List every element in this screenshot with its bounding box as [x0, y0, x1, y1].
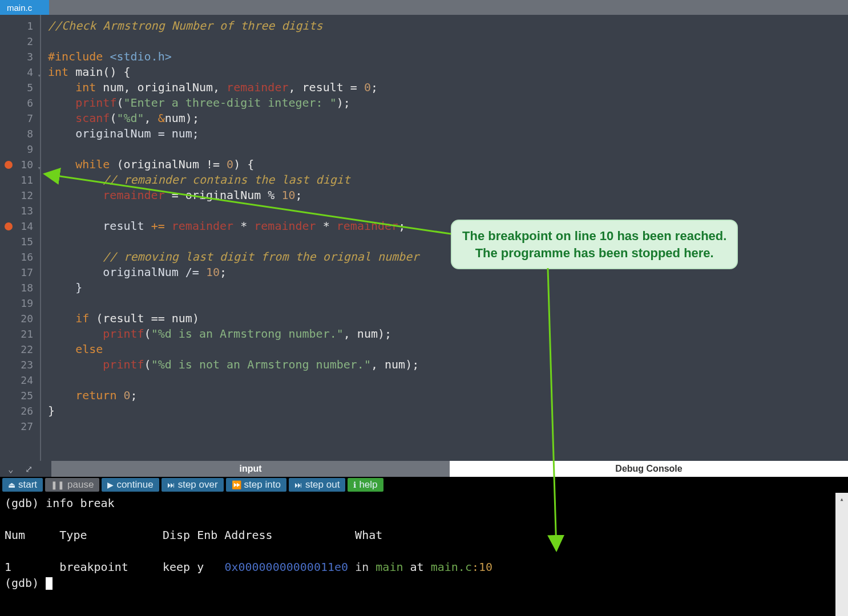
gutter-line-23[interactable]: 23: [0, 357, 40, 372]
gutter-line-11[interactable]: 11: [0, 172, 40, 188]
step-over-icon: ⏭: [167, 480, 175, 489]
gutter-line-9[interactable]: 9: [0, 141, 40, 157]
expand-icon[interactable]: ⤢: [25, 464, 33, 475]
step-out-label: step out: [305, 479, 340, 491]
info-icon: ℹ: [353, 480, 356, 489]
code-line-11[interactable]: // remainder contains the last digit: [48, 172, 848, 188]
debug-console-output[interactable]: (gdb) info break Num Type Disp Enb Addre…: [0, 493, 848, 616]
code-line-19[interactable]: [48, 295, 848, 311]
scroll-up-icon[interactable]: ▴: [835, 493, 848, 505]
gutter-line-25[interactable]: 25: [0, 388, 40, 403]
tab-debug-console-label: Debug Console: [615, 464, 682, 474]
continue-label: continue: [116, 479, 153, 491]
tab-filename: main.c: [7, 3, 32, 13]
bp-num: 1: [5, 560, 11, 574]
gutter-line-12[interactable]: 12: [0, 188, 40, 203]
gdb-command: info break: [46, 496, 114, 510]
annotation-line2: The programme has been stopped here.: [462, 245, 726, 262]
code-line-26[interactable]: }: [48, 403, 848, 419]
start-label: start: [18, 479, 37, 491]
tab-input-label: input: [239, 464, 261, 474]
annotation-line1: The breakpoint on line 10 has been reach…: [462, 228, 726, 245]
gutter-line-10[interactable]: 10▾: [0, 157, 40, 172]
bp-line: :10: [472, 560, 492, 574]
tab-input[interactable]: input: [51, 461, 450, 477]
code-line-4[interactable]: int main() {: [48, 64, 848, 80]
play-icon: ▶: [107, 480, 114, 489]
gutter-line-18[interactable]: 18: [0, 280, 40, 295]
editor-gutter[interactable]: 1234▾5678910▾111213141516171819202122232…: [0, 15, 40, 461]
bp-in: in: [355, 560, 369, 574]
help-label: help: [359, 479, 377, 491]
code-line-9[interactable]: [48, 141, 848, 157]
gutter-line-20[interactable]: 20: [0, 311, 40, 326]
code-line-18[interactable]: }: [48, 280, 848, 295]
code-line-10[interactable]: while (originalNum != 0) {: [48, 157, 848, 172]
eject-icon: ⏏: [8, 480, 15, 489]
code-line-6[interactable]: printf("Enter a three-digit integer: ");: [48, 95, 848, 111]
chevron-down-icon[interactable]: ⌄: [8, 464, 14, 475]
gutter-line-3[interactable]: 3: [0, 49, 40, 64]
code-line-8[interactable]: originalNum = num;: [48, 126, 848, 141]
help-button[interactable]: ℹ help: [348, 478, 383, 492]
gutter-line-21[interactable]: 21: [0, 326, 40, 342]
code-line-5[interactable]: int num, originalNum, remainder, result …: [48, 80, 848, 95]
panel-tabbar: ⌄ ⤢ input Debug Console: [0, 461, 848, 477]
tab-main-c[interactable]: main.c: [0, 0, 49, 15]
pause-button[interactable]: ❚❚ pause: [45, 478, 99, 492]
code-line-23[interactable]: printf("%d is not an Armstrong number.",…: [48, 357, 848, 372]
gutter-line-5[interactable]: 5: [0, 80, 40, 95]
gutter-line-27[interactable]: 27: [0, 419, 40, 434]
gutter-line-8[interactable]: 8: [0, 126, 40, 141]
panel-icons: ⌄ ⤢: [0, 461, 51, 477]
console-scrollbar[interactable]: ▴: [835, 493, 848, 616]
code-line-21[interactable]: printf("%d is an Armstrong number.", num…: [48, 326, 848, 342]
code-line-2[interactable]: [48, 34, 848, 49]
bp-address: 0x00000000000011e0: [224, 560, 348, 574]
bp-file: main.c: [431, 560, 472, 574]
pause-label: pause: [67, 479, 94, 491]
gutter-line-1[interactable]: 1: [0, 18, 40, 34]
gutter-line-16[interactable]: 16: [0, 249, 40, 265]
gutter-line-24[interactable]: 24: [0, 372, 40, 388]
breakpoint-icon[interactable]: [5, 161, 13, 169]
code-line-20[interactable]: if (result == num): [48, 311, 848, 326]
tab-debug-console[interactable]: Debug Console: [450, 461, 848, 477]
gutter-line-26[interactable]: 26: [0, 403, 40, 419]
gutter-line-13[interactable]: 13: [0, 203, 40, 218]
tab-bar: main.c: [0, 0, 848, 15]
step-into-button[interactable]: ⏩ step into: [226, 478, 286, 492]
step-over-button[interactable]: ⏭ step over: [161, 478, 224, 492]
code-line-1[interactable]: //Check Armstrong Number of three digits: [48, 18, 848, 34]
breakpoint-icon[interactable]: [5, 222, 13, 230]
bp-type: breakpoint: [59, 560, 128, 574]
code-line-7[interactable]: scanf("%d", &num);: [48, 111, 848, 126]
bp-enb: y: [197, 560, 204, 574]
gutter-line-2[interactable]: 2: [0, 34, 40, 49]
continue-button[interactable]: ▶ continue: [102, 478, 159, 492]
pause-icon: ❚❚: [51, 480, 64, 489]
gutter-line-6[interactable]: 6: [0, 95, 40, 111]
gutter-line-19[interactable]: 19: [0, 295, 40, 311]
code-line-3[interactable]: #include <stdio.h>: [48, 49, 848, 64]
bp-disp: keep: [163, 560, 190, 574]
start-button[interactable]: ⏏ start: [2, 478, 43, 492]
gutter-line-17[interactable]: 17: [0, 265, 40, 280]
code-line-27[interactable]: [48, 419, 848, 434]
step-out-icon: ⏭: [294, 480, 302, 489]
gutter-line-15[interactable]: 15: [0, 234, 40, 249]
gutter-line-7[interactable]: 7: [0, 111, 40, 126]
code-line-12[interactable]: remainder = originalNum % 10;: [48, 188, 848, 203]
gutter-line-22[interactable]: 22: [0, 342, 40, 357]
break-header: Num Type Disp Enb Address What: [5, 528, 382, 542]
step-out-button[interactable]: ⏭ step out: [289, 478, 346, 492]
gutter-line-14[interactable]: 14: [0, 218, 40, 234]
gutter-line-4[interactable]: 4▾: [0, 64, 40, 80]
code-line-22[interactable]: else: [48, 342, 848, 357]
code-line-13[interactable]: [48, 203, 848, 218]
code-line-25[interactable]: return 0;: [48, 388, 848, 403]
code-line-24[interactable]: [48, 372, 848, 388]
gdb-prompt-2: (gdb): [5, 576, 46, 590]
step-over-label: step over: [178, 479, 218, 491]
cursor: [46, 577, 53, 590]
